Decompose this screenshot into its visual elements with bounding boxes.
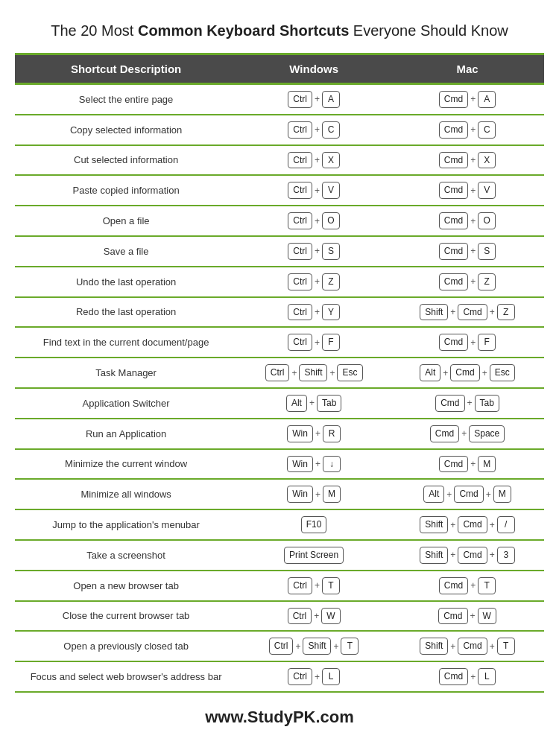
key-combo: Cmd+W xyxy=(438,608,496,625)
key-combo: Cmd+O xyxy=(439,212,496,229)
key-cap: / xyxy=(497,516,515,533)
key-combo: Cmd+C xyxy=(439,121,496,139)
key-cap: Z xyxy=(322,273,340,290)
mac-shortcut: Cmd+T xyxy=(391,571,544,601)
key-cap: Win xyxy=(287,456,313,473)
key-combo: Cmd+V xyxy=(439,182,496,199)
key-cap: M xyxy=(493,486,511,503)
key-cap: Shift xyxy=(420,547,448,564)
table-row: Jump to the application's menubarF10Shif… xyxy=(15,509,544,540)
key-cap: Cmd xyxy=(439,212,468,229)
key-cap: Cmd xyxy=(439,334,468,351)
table-row: Open a previously closed tabCtrl+Shift+T… xyxy=(15,631,544,661)
key-combo: Print Screen xyxy=(284,547,344,564)
key-combo: Alt+Cmd+M xyxy=(423,486,511,503)
key-plus: + xyxy=(315,155,320,165)
key-plus: + xyxy=(461,428,467,439)
windows-shortcut: Ctrl+S xyxy=(237,236,391,267)
key-cap: Cmd xyxy=(430,425,459,442)
mac-shortcut: Shift+Cmd+/ xyxy=(391,509,544,540)
shortcut-description: Task Manager xyxy=(15,358,237,388)
table-row: Application SwitcherAlt+TabCmd+Tab xyxy=(15,388,544,419)
windows-shortcut: Ctrl+Y xyxy=(237,297,391,328)
key-cap: Cmd xyxy=(439,577,468,594)
shortcut-description: Application Switcher xyxy=(15,388,237,419)
key-cap: Cmd xyxy=(439,121,468,139)
windows-shortcut: Win+R xyxy=(237,419,391,449)
table-row: Focus and select web browser's address b… xyxy=(15,661,544,692)
key-plus: + xyxy=(329,368,335,378)
key-plus: + xyxy=(467,398,473,408)
mac-shortcut: Cmd+A xyxy=(391,84,544,115)
windows-shortcut: F10 xyxy=(237,509,391,540)
key-combo: Alt+Cmd+Esc xyxy=(420,364,514,381)
key-cap: W xyxy=(478,608,496,625)
table-row: Minimize all windowsWin+MAlt+Cmd+M xyxy=(15,479,544,509)
key-plus: + xyxy=(315,580,320,591)
table-row: Minimize the current windowWin+↓Cmd+M xyxy=(15,449,544,480)
key-combo: Ctrl+Shift+Esc xyxy=(265,364,363,381)
key-plus: + xyxy=(470,580,476,591)
key-cap: M xyxy=(323,486,341,503)
key-cap: Cmd xyxy=(438,608,467,625)
mac-shortcut: Cmd+Z xyxy=(391,267,544,297)
key-plus: + xyxy=(315,246,320,256)
key-cap: Cmd xyxy=(454,486,483,503)
key-cap: Cmd xyxy=(439,668,468,685)
mac-shortcut: Cmd+M xyxy=(391,449,544,480)
key-cap: S xyxy=(322,243,340,260)
table-row: Task ManagerCtrl+Shift+EscAlt+Cmd+Esc xyxy=(15,358,544,388)
windows-shortcut: Ctrl+Z xyxy=(237,267,391,297)
col-mac: Mac xyxy=(391,54,544,84)
key-cap: Ctrl xyxy=(288,334,312,351)
table-row: Undo the last operationCtrl+ZCmd+Z xyxy=(15,267,544,297)
key-cap: Alt xyxy=(420,364,440,381)
table-row: Find text in the current document/pageCt… xyxy=(15,327,544,358)
key-combo: F10 xyxy=(301,516,327,533)
shortcut-description: Minimize all windows xyxy=(15,479,237,509)
shortcut-description: Cut selected information xyxy=(15,145,237,176)
key-cap: F xyxy=(478,334,496,351)
windows-shortcut: Print Screen xyxy=(237,540,391,571)
mac-shortcut: Cmd+V xyxy=(391,175,544,206)
key-combo: Shift+Cmd+3 xyxy=(420,547,514,564)
key-plus: + xyxy=(450,520,455,530)
mac-shortcut: Cmd+O xyxy=(391,206,544,236)
key-cap: M xyxy=(478,456,496,473)
key-combo: Ctrl+V xyxy=(288,182,340,199)
key-combo: Ctrl+L xyxy=(288,668,340,685)
key-cap: Space xyxy=(469,425,505,442)
table-row: Close the current browser tabCtrl+WCmd+W xyxy=(15,601,544,632)
key-cap: Cmd xyxy=(458,304,487,321)
col-windows: Windows xyxy=(237,54,391,84)
key-plus: + xyxy=(470,337,476,348)
key-combo: Cmd+M xyxy=(439,456,496,473)
table-row: Open a new browser tabCtrl+TCmd+T xyxy=(15,571,544,601)
shortcut-description: Open a previously closed tab xyxy=(15,631,237,661)
key-cap: Ctrl xyxy=(288,304,312,321)
shortcut-description: Minimize the current window xyxy=(15,449,237,480)
key-plus: + xyxy=(315,489,320,500)
key-cap: R xyxy=(323,425,341,442)
key-cap: T xyxy=(478,577,496,594)
key-combo: Cmd+T xyxy=(439,577,496,594)
key-cap: Ctrl xyxy=(288,668,312,685)
key-combo: Cmd+A xyxy=(439,91,496,108)
key-combo: Ctrl+S xyxy=(288,243,340,260)
shortcut-description: Jump to the application's menubar xyxy=(15,509,237,540)
key-cap: O xyxy=(322,212,340,229)
table-row: Cut selected informationCtrl+XCmd+X xyxy=(15,145,544,176)
key-combo: Shift+Cmd+/ xyxy=(420,516,514,533)
table-row: Select the entire pageCtrl+ACmd+A xyxy=(15,84,544,115)
mac-shortcut: Cmd+Tab xyxy=(391,388,544,419)
key-plus: + xyxy=(450,307,455,317)
key-cap: T xyxy=(497,638,515,655)
key-plus: + xyxy=(450,641,455,652)
key-cap: Z xyxy=(497,304,515,321)
key-cap: Shift xyxy=(420,304,448,321)
key-cap: Cmd xyxy=(439,456,468,473)
key-cap: Shift xyxy=(420,516,448,533)
table-row: Run an ApplicationWin+RCmd+Space xyxy=(15,419,544,449)
shortcut-description: Focus and select web browser's address b… xyxy=(15,661,237,692)
key-plus: + xyxy=(315,216,320,226)
